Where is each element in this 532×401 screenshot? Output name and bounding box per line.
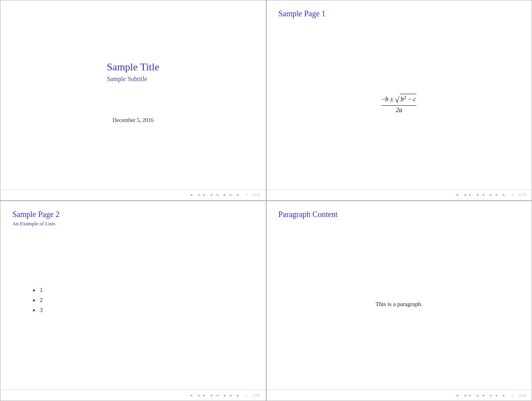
formula-numerator: −b ± √b2 − c [381, 94, 416, 106]
date-block: December 5, 2016 [112, 117, 153, 124]
slide-2-content: Sample Page 1 −b ± √b2 − c 2a [267, 0, 532, 189]
list-item-2: ► 2 [32, 297, 266, 304]
slide-4-footer: ◄ ◄ ► ► ◄ ► ◄ ► ≡ ∂∂⊙ [267, 389, 532, 401]
slide-3-footer: ◄ ◄ ► ► ◄ ► ◄ ► ≡ ∂∂⊙ [0, 389, 266, 401]
slide-1: Sample Title Sample Subtitle December 5,… [0, 0, 266, 201]
slide-2-footer: ◄ ◄ ► ► ◄ ► ◄ ► ≡ ∂∂⊙ [267, 189, 532, 200]
slide-1-content: Sample Title Sample Subtitle December 5,… [0, 0, 266, 189]
slide-3: Sample Page 2 An Example of Lists ► 1 ► … [0, 201, 266, 401]
bullet-1: ► [32, 288, 37, 293]
footer-nav-4[interactable]: ◄ ◄ ► ► ◄ ► ◄ ► ≡ ∂∂⊙ [455, 393, 527, 397]
formula-area: −b ± √b2 − c 2a [267, 18, 532, 189]
main-subtitle: Sample Subtitle [107, 76, 159, 83]
slide-3-subtitle: An Example of Lists [0, 219, 266, 227]
list-item: ► 1 [32, 287, 266, 294]
radical-content: b2 − c [400, 94, 416, 103]
footer-nav-2[interactable]: ◄ ◄ ► ► ◄ ► ◄ ► ≡ ∂∂⊙ [455, 193, 527, 197]
footer-nav[interactable]: ◄ ◄ ► ► ◄ ► ◄ ► ≡ ∂∂⊙ [190, 193, 261, 197]
formula-denominator: 2a [381, 106, 416, 114]
quadratic-formula: −b ± √b2 − c 2a [381, 94, 416, 114]
slide-4-title: Paragraph Content [267, 201, 532, 219]
slide-3-title: Sample Page 2 [0, 201, 266, 219]
list-item-1-text: 1 [40, 287, 43, 294]
slide-1-footer: ◄ ◄ ► ► ◄ ► ◄ ► ≡ ∂∂⊙ [0, 189, 266, 200]
radical: √b2 − c [395, 94, 416, 105]
slide-3-content: Sample Page 2 An Example of Lists ► 1 ► … [0, 201, 266, 390]
list-item-3-text: 3 [40, 307, 43, 314]
slide-2: Sample Page 1 −b ± √b2 − c 2a ◄ ◄ ► ► ◄ … [266, 0, 532, 201]
slide-2-title: Sample Page 1 [267, 0, 532, 18]
list-item-3: ► 3 [32, 307, 266, 314]
formula-fraction: −b ± √b2 − c 2a [381, 94, 416, 114]
paragraph-area: This is a paragraph. [267, 219, 532, 390]
bullet-3: ► [32, 308, 37, 312]
main-title: Sample Title [107, 61, 159, 73]
list-item-2-text: 2 [40, 297, 43, 304]
bullet-2: ► [32, 298, 37, 302]
list-area: ► 1 ► 2 ► 3 [0, 227, 266, 390]
slide-4-content: Paragraph Content This is a paragraph. [267, 201, 532, 390]
paragraph-text: This is a paragraph. [375, 301, 422, 308]
footer-nav-3[interactable]: ◄ ◄ ► ► ◄ ► ◄ ► ≡ ∂∂⊙ [190, 393, 261, 397]
title-block: Sample Title Sample Subtitle [107, 61, 159, 83]
slide-4: Paragraph Content This is a paragraph. ◄… [266, 201, 532, 401]
